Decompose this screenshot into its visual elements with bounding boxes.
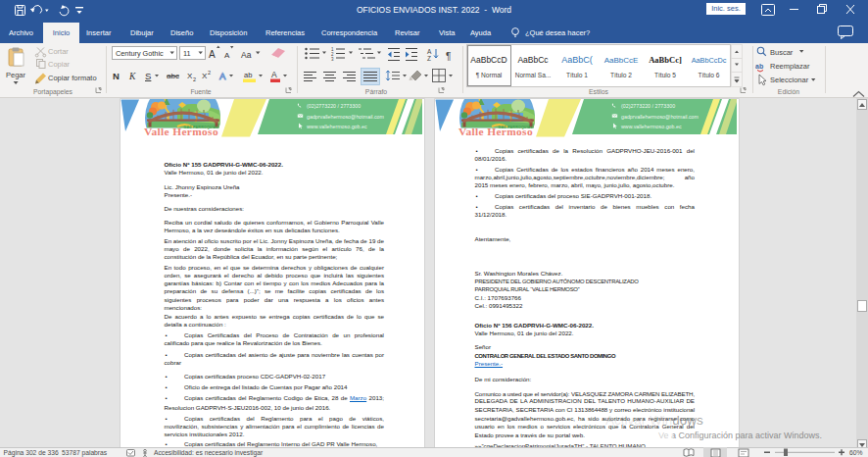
svg-text:abc: abc (167, 72, 179, 80)
svg-text:Título 2: Título 2 (610, 72, 632, 78)
svg-text:Pegar: Pegar (6, 71, 26, 79)
svg-text:Buscar: Buscar (770, 48, 794, 57)
svg-text:Estilos: Estilos (589, 88, 609, 95)
svg-text:A: A (224, 51, 230, 60)
svg-text:GAD PARROQUIAL: GAD PARROQUIAL (184, 126, 219, 129)
svg-text:11: 11 (183, 49, 191, 58)
svg-text:gadprvallehermoso@hotmail.com: gadprvallehermoso@hotmail.com (621, 114, 699, 120)
svg-text:Century Gothic: Century Gothic (116, 49, 164, 58)
svg-text:¶ Normal: ¶ Normal (476, 72, 503, 78)
svg-text:AaBbCcD: AaBbCcD (470, 55, 506, 65)
svg-text:Título 5: Título 5 (654, 72, 676, 78)
svg-text:A: A (209, 49, 216, 60)
svg-text:Normal Sa...: Normal Sa... (515, 72, 552, 78)
svg-text:Título 6: Título 6 (699, 72, 720, 78)
svg-text:2: 2 (193, 76, 196, 82)
svg-text:www.vallehermoso.gob.ec: www.vallehermoso.gob.ec (307, 124, 367, 129)
svg-text:A: A (271, 70, 277, 79)
svg-text:A: A (427, 48, 432, 55)
svg-text:www.vallehermoso.gob.ec: www.vallehermoso.gob.ec (621, 124, 682, 129)
svg-text:S: S (145, 71, 151, 81)
svg-text:K: K (128, 72, 136, 81)
svg-text:Edición: Edición (778, 88, 800, 95)
svg-text:gadprvallehermoso@hotmail.com: gadprvallehermoso@hotmail.com (307, 114, 385, 120)
svg-text:ab: ab (755, 63, 763, 70)
svg-text:Reemplazar: Reemplazar (770, 62, 810, 71)
svg-text:(02)2773220 / 2773300: (02)2773220 / 2773300 (621, 103, 675, 109)
svg-text:Copiar formato: Copiar formato (48, 74, 97, 82)
svg-text:N: N (113, 71, 120, 81)
svg-text:AaBbCc: AaBbCc (517, 55, 549, 65)
svg-text:AaBbCc]: AaBbCc] (649, 55, 682, 65)
svg-text:AaBbCcE: AaBbCcE (604, 56, 639, 65)
svg-text:¶: ¶ (446, 51, 451, 62)
svg-text:(02)2773220 / 2773300: (02)2773220 / 2773300 (307, 103, 361, 109)
svg-text:Portapapeles: Portapapeles (33, 88, 73, 96)
svg-text:Z: Z (427, 55, 431, 62)
svg-text:AaBbC(: AaBbC( (561, 55, 593, 65)
svg-text:Copiar: Copiar (48, 60, 71, 69)
svg-text:A: A (219, 71, 226, 81)
svg-text:AaBbCcDc: AaBbCcDc (692, 56, 727, 65)
svg-text:3: 3 (331, 57, 334, 62)
svg-text:2: 2 (208, 70, 211, 76)
svg-text:Cortar: Cortar (48, 47, 69, 56)
svg-text:GAD PARROQUIAL: GAD PARROQUIAL (499, 126, 534, 129)
svg-text:Seleccionar: Seleccionar (770, 76, 809, 84)
svg-text:Aa: Aa (241, 50, 252, 60)
svg-text:Fuente: Fuente (190, 88, 211, 95)
svg-text:Párrafo: Párrafo (365, 88, 388, 95)
svg-text:Título 1: Título 1 (566, 72, 588, 78)
svg-text:ab: ab (244, 71, 252, 79)
